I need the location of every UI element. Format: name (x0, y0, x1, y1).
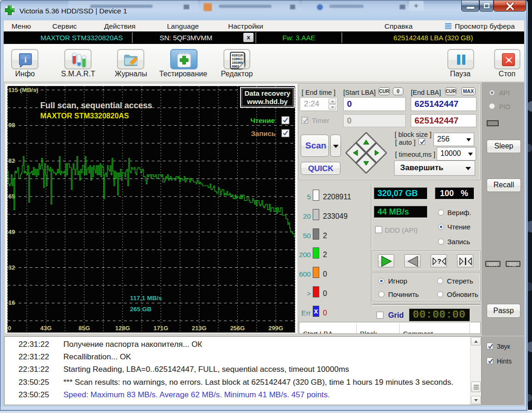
svg-text:32: 32 (8, 264, 15, 271)
svg-text:299G: 299G (268, 325, 283, 332)
svg-text:49: 49 (8, 228, 15, 235)
svg-text:?: ? (437, 258, 441, 265)
svg-text:115: 115 (8, 86, 18, 93)
svg-text:Data recovery: Data recovery (244, 89, 291, 97)
svg-text:85G: 85G (79, 325, 90, 332)
svg-text:265 GB: 265 GB (130, 306, 152, 313)
svg-text:MAXTOR STM3320820AS: MAXTOR STM3320820AS (40, 112, 129, 120)
svg-text:i: i (25, 55, 27, 64)
svg-text:16: 16 (8, 299, 15, 306)
svg-text:Чтение: Чтение (250, 117, 275, 124)
svg-text:(MB/s): (MB/s) (20, 86, 38, 93)
svg-text:0: 0 (8, 325, 11, 332)
svg-text:98: 98 (8, 122, 15, 129)
svg-text:213G: 213G (192, 325, 207, 332)
svg-text:128G: 128G (115, 325, 130, 332)
svg-text:117,1 MB/s: 117,1 MB/s (130, 295, 162, 302)
svg-text:Запись: Запись (251, 129, 276, 137)
svg-text:www.hdd.by: www.hdd.by (247, 98, 288, 105)
svg-text:82: 82 (8, 157, 15, 164)
svg-text:171G: 171G (154, 325, 168, 332)
svg-text:Full scan, sequential access: Full scan, sequential access (40, 101, 152, 110)
svg-text:43G: 43G (40, 325, 52, 332)
svg-text:256G: 256G (230, 325, 245, 332)
